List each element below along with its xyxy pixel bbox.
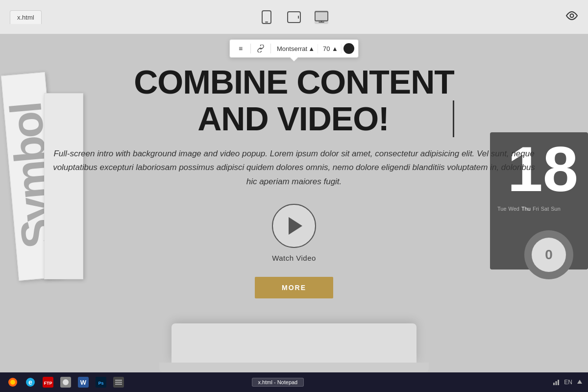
- more-button[interactable]: MORE: [255, 277, 333, 298]
- taskbar-ie-icon[interactable]: e: [23, 374, 38, 390]
- svg-rect-24: [553, 383, 555, 385]
- taskbar: e FTP W Ps: [0, 372, 588, 392]
- svg-rect-25: [556, 381, 557, 385]
- laptop-base-decoration: [159, 363, 429, 372]
- taskbar-ftp-icon[interactable]: FTP: [40, 374, 56, 390]
- tablet-device-button[interactable]: [287, 10, 301, 24]
- preview-eye-icon[interactable]: [565, 11, 578, 23]
- svg-rect-3: [298, 16, 299, 19]
- link-button[interactable]: [254, 42, 268, 55]
- taskbar-network-icon: [552, 378, 560, 386]
- desktop-device-button[interactable]: [315, 10, 328, 24]
- device-toolbar: [260, 10, 328, 24]
- toolbar-divider-1: [250, 44, 251, 53]
- play-button[interactable]: Watch Video: [272, 204, 316, 262]
- taskbar-app-label[interactable]: x.html - Notepad: [252, 378, 304, 387]
- svg-rect-21: [115, 380, 122, 381]
- color-picker[interactable]: [343, 43, 354, 54]
- taskbar-right-area: EN: [552, 378, 583, 386]
- hero-title: COMBINE CONTENT and VIDEO!: [134, 64, 454, 137]
- svg-rect-1: [265, 22, 268, 23]
- svg-rect-26: [558, 380, 559, 385]
- mobile-device-button[interactable]: [260, 10, 273, 24]
- taskbar-lang: EN: [564, 379, 572, 386]
- svg-rect-23: [115, 384, 122, 385]
- hero-content: COMBINE CONTENT and VIDEO! Full-screen i…: [0, 64, 588, 298]
- taskbar-up-icon: [576, 379, 583, 386]
- taskbar-firefox-icon[interactable]: [5, 374, 21, 390]
- hero-subtitle: Full-screen intro with background image …: [49, 147, 539, 190]
- main-content-area: Symbol 18 TueWedThuFriSatSun 0 ≡ Montse: [0, 34, 588, 392]
- browser-tab[interactable]: x.html: [10, 10, 42, 24]
- align-button[interactable]: ≡: [234, 42, 247, 55]
- play-circle[interactable]: [272, 204, 316, 248]
- taskbar-word-icon[interactable]: W: [75, 374, 91, 390]
- laptop-decoration: [172, 323, 416, 363]
- svg-rect-22: [115, 382, 122, 383]
- svg-point-7: [570, 14, 574, 18]
- font-size-selector[interactable]: 70 ▲: [320, 44, 342, 53]
- browser-chrome: x.html: [0, 0, 588, 34]
- svg-text:Ps: Ps: [98, 381, 103, 386]
- taskbar-extra-icon[interactable]: [111, 374, 126, 390]
- svg-point-9: [10, 380, 15, 385]
- taskbar-photoshop-icon[interactable]: Ps: [93, 374, 109, 390]
- taskbar-antivirus-icon[interactable]: [58, 374, 74, 390]
- play-triangle-icon: [289, 217, 302, 235]
- svg-text:W: W: [80, 379, 87, 386]
- watch-video-label: Watch Video: [272, 254, 316, 262]
- svg-text:e: e: [28, 378, 32, 386]
- taskbar-active-app[interactable]: x.html - Notepad: [252, 378, 304, 387]
- svg-rect-4: [315, 11, 328, 21]
- text-editing-toolbar[interactable]: ≡ Montserrat ▲ 70 ▲: [229, 39, 359, 58]
- svg-point-15: [63, 379, 69, 385]
- svg-marker-27: [577, 380, 582, 384]
- svg-text:FTP: FTP: [44, 381, 52, 386]
- font-selector[interactable]: Montserrat ▲: [274, 44, 318, 53]
- toolbar-divider-2: [270, 44, 271, 53]
